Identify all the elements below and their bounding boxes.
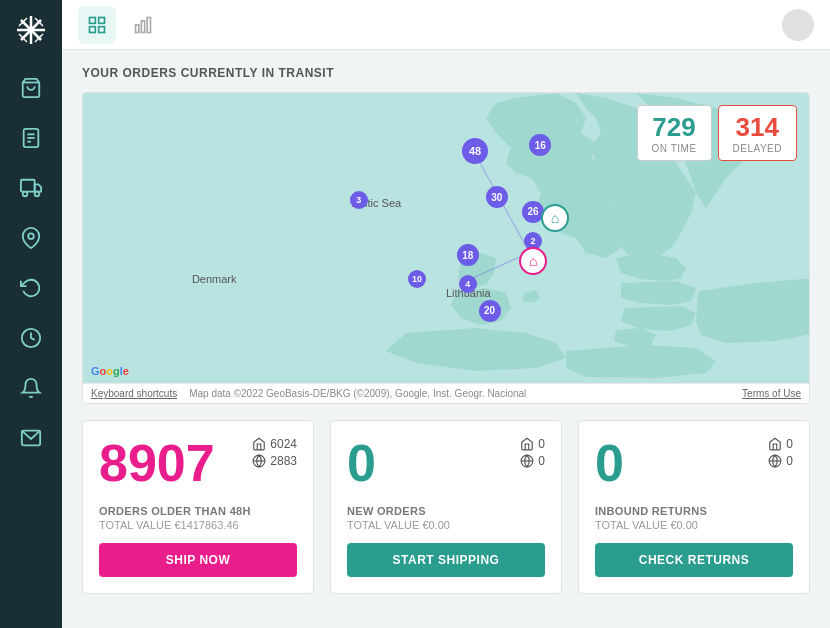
orders-48h-sublabel: TOTAL VALUE €1417863.46 bbox=[99, 519, 297, 531]
new-orders-home-value: 0 bbox=[538, 437, 545, 451]
svg-rect-25 bbox=[136, 25, 139, 33]
top-navigation bbox=[62, 0, 830, 50]
inbound-returns-sublabel: TOTAL VALUE €0.00 bbox=[595, 519, 793, 531]
orders-48h-home-value: 6024 bbox=[270, 437, 297, 451]
sidebar-item-clock[interactable] bbox=[11, 318, 51, 358]
delayed-stat: 314 DELAYED bbox=[718, 105, 797, 161]
card-top-orders: 8907 6024 2883 bbox=[99, 437, 297, 497]
map-marker-house-1[interactable]: ⌂ bbox=[541, 204, 569, 232]
map-marker-4[interactable]: 4 bbox=[459, 275, 477, 293]
home-icon-3 bbox=[768, 437, 782, 451]
map-marker-3[interactable]: 3 bbox=[350, 191, 368, 209]
app-logo[interactable] bbox=[13, 12, 49, 48]
orders-48h-number: 8907 bbox=[99, 437, 215, 489]
check-returns-button[interactable]: CHECK RETURNS bbox=[595, 543, 793, 577]
svg-rect-14 bbox=[21, 180, 35, 192]
start-shipping-button[interactable]: START SHIPPING bbox=[347, 543, 545, 577]
map-marker-20[interactable]: 20 bbox=[479, 300, 501, 322]
card-orders-48h: 8907 6024 2883 ORDERS OLDER THAN 48H TOT… bbox=[82, 420, 314, 594]
map-footer: Keyboard shortcuts Map data ©2022 GeoBas… bbox=[83, 383, 809, 403]
map-marker-48[interactable]: 48 bbox=[462, 138, 488, 164]
inbound-returns-label: INBOUND RETURNS bbox=[595, 505, 793, 517]
svg-point-18 bbox=[28, 233, 34, 239]
sidebar-item-alert[interactable] bbox=[11, 368, 51, 408]
map-marker-house-2[interactable]: ⌂ bbox=[519, 247, 547, 275]
new-orders-label: NEW ORDERS bbox=[347, 505, 545, 517]
page-content: YOUR ORDERS CURRENTLY IN TRANSIT bbox=[62, 50, 830, 628]
sidebar-item-document[interactable] bbox=[11, 118, 51, 158]
inbound-returns-globe-stat: 0 bbox=[768, 454, 793, 468]
new-orders-globe-value: 0 bbox=[538, 454, 545, 468]
map-container: 729 ON TIME 314 DELAYED Baltic Sea Denma… bbox=[82, 92, 810, 404]
svg-rect-23 bbox=[90, 26, 96, 32]
chart-view-button[interactable] bbox=[124, 6, 162, 44]
svg-rect-22 bbox=[99, 17, 105, 23]
orders-48h-home-stat: 6024 bbox=[252, 437, 297, 451]
home-icon-2 bbox=[520, 437, 534, 451]
terms-link[interactable]: Terms of Use bbox=[742, 388, 801, 399]
on-time-label: ON TIME bbox=[652, 143, 697, 154]
ship-now-button[interactable]: SHIP NOW bbox=[99, 543, 297, 577]
svg-rect-21 bbox=[90, 17, 96, 23]
card-new-orders: 0 0 0 NEW ORDERS TOTAL VALUE €0.00 bbox=[330, 420, 562, 594]
stats-overlay: 729 ON TIME 314 DELAYED bbox=[637, 105, 797, 161]
new-orders-globe-stat: 0 bbox=[520, 454, 545, 468]
svg-marker-15 bbox=[35, 184, 41, 191]
map-marker-30[interactable]: 30 bbox=[486, 186, 508, 208]
svg-rect-24 bbox=[99, 26, 105, 32]
new-orders-sublabel: TOTAL VALUE €0.00 bbox=[347, 519, 545, 531]
on-time-stat: 729 ON TIME bbox=[637, 105, 712, 161]
globe-icon-1 bbox=[252, 454, 266, 468]
globe-icon-2 bbox=[520, 454, 534, 468]
inbound-returns-right-stats: 0 0 bbox=[768, 437, 793, 471]
map-marker-16[interactable]: 16 bbox=[529, 134, 551, 156]
svg-point-17 bbox=[35, 192, 40, 197]
orders-48h-globe-stat: 2883 bbox=[252, 454, 297, 468]
card-top-inbound: 0 0 0 bbox=[595, 437, 793, 497]
page-title: YOUR ORDERS CURRENTLY IN TRANSIT bbox=[82, 66, 810, 80]
delayed-label: DELAYED bbox=[733, 143, 782, 154]
sidebar-item-location[interactable] bbox=[11, 218, 51, 258]
orders-48h-globe-value: 2883 bbox=[270, 454, 297, 468]
orders-48h-label: ORDERS OLDER THAN 48H bbox=[99, 505, 297, 517]
keyboard-shortcuts-link[interactable]: Keyboard shortcuts bbox=[91, 388, 177, 399]
svg-rect-27 bbox=[147, 17, 150, 32]
map-inner[interactable]: 729 ON TIME 314 DELAYED Baltic Sea Denma… bbox=[83, 93, 809, 383]
sidebar-item-refresh[interactable] bbox=[11, 268, 51, 308]
cards-row: 8907 6024 2883 ORDERS OLDER THAN 48H TOT… bbox=[82, 420, 810, 594]
home-icon bbox=[252, 437, 266, 451]
map-marker-10[interactable]: 10 bbox=[408, 270, 426, 288]
card-top-new-orders: 0 0 0 bbox=[347, 437, 545, 497]
delayed-number: 314 bbox=[733, 112, 782, 143]
sidebar-item-truck[interactable] bbox=[11, 168, 51, 208]
inbound-returns-home-stat: 0 bbox=[768, 437, 793, 451]
sidebar-item-cart[interactable] bbox=[11, 68, 51, 108]
grid-view-button[interactable] bbox=[78, 6, 116, 44]
card-inbound-returns: 0 0 0 INBOUND RETURNS TOTAL VALUE €0.00 bbox=[578, 420, 810, 594]
svg-rect-26 bbox=[141, 20, 144, 32]
sidebar-item-envelope[interactable] bbox=[11, 418, 51, 458]
new-orders-right-stats: 0 0 bbox=[520, 437, 545, 471]
inbound-returns-number: 0 bbox=[595, 437, 624, 489]
main-content: YOUR ORDERS CURRENTLY IN TRANSIT bbox=[62, 0, 830, 628]
new-orders-home-stat: 0 bbox=[520, 437, 545, 451]
sidebar bbox=[0, 0, 62, 628]
inbound-returns-globe-value: 0 bbox=[786, 454, 793, 468]
new-orders-number: 0 bbox=[347, 437, 376, 489]
map-marker-18[interactable]: 18 bbox=[457, 244, 479, 266]
orders-48h-right-stats: 6024 2883 bbox=[252, 437, 297, 471]
user-avatar-button[interactable] bbox=[782, 9, 814, 41]
svg-point-16 bbox=[23, 192, 28, 197]
inbound-returns-home-value: 0 bbox=[786, 437, 793, 451]
globe-icon-3 bbox=[768, 454, 782, 468]
on-time-number: 729 bbox=[652, 112, 697, 143]
map-data-info: Map data ©2022 GeoBasis-DE/BKG (©2009), … bbox=[189, 388, 526, 399]
google-logo: Google bbox=[91, 365, 129, 377]
